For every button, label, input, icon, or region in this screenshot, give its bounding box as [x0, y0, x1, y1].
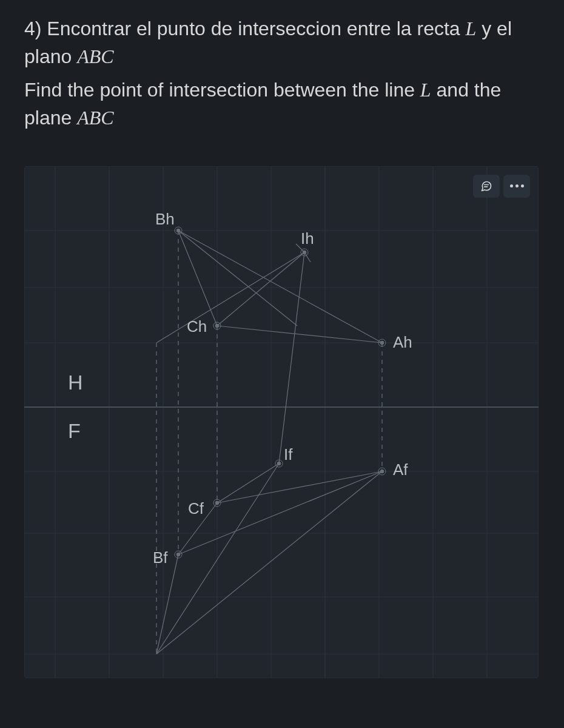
svg-line-27 [279, 252, 304, 463]
svg-point-45 [380, 340, 384, 344]
diagram-canvas[interactable]: H F [24, 166, 539, 678]
point-Ih: Ih [301, 229, 314, 256]
question-number: 4) [24, 18, 47, 39]
ellipsis-icon [509, 184, 525, 187]
axis-label-F: F [68, 419, 81, 442]
diagram-svg: H F [24, 166, 539, 678]
svg-point-49 [380, 469, 384, 473]
question-spanish: 4) Encontrar el punto de interseccion en… [24, 15, 540, 71]
point-label-Ch: Ch [187, 317, 207, 335]
point-Ah: Ah [378, 333, 412, 351]
svg-line-39 [156, 463, 279, 654]
point-Cf: Cf [188, 499, 221, 517]
svg-point-51 [215, 500, 219, 504]
svg-line-34 [178, 471, 382, 554]
axis-label-H: H [68, 371, 83, 394]
projection-lines [156, 231, 382, 654]
svg-line-26 [217, 252, 304, 326]
question-es-var-L: L [466, 18, 477, 39]
point-label-Ih: Ih [301, 229, 314, 248]
svg-line-25 [217, 326, 382, 343]
point-label-Af: Af [393, 460, 408, 479]
svg-line-23 [178, 231, 382, 343]
svg-point-55 [277, 461, 281, 465]
svg-point-43 [215, 323, 219, 327]
point-If: If [275, 445, 293, 467]
diagram-toolbar [473, 175, 530, 198]
comment-icon [480, 180, 492, 192]
question-en-text1: Find the point of intersection between t… [24, 79, 420, 101]
svg-point-47 [303, 250, 306, 254]
point-Ch: Ch [187, 317, 221, 335]
svg-line-28 [156, 252, 304, 343]
grid [24, 166, 539, 678]
point-label-Bf: Bf [153, 548, 168, 567]
point-label-Ah: Ah [393, 333, 412, 351]
lines-frontal-view [156, 463, 382, 654]
comment-button[interactable] [473, 175, 500, 198]
point-label-Bh: Bh [155, 210, 175, 228]
point-Af: Af [378, 460, 408, 479]
svg-line-24 [178, 231, 217, 326]
question-en-var-L: L [420, 79, 431, 101]
more-options-button[interactable] [503, 175, 530, 198]
svg-line-29 [178, 231, 297, 326]
question-es-text1: Encontrar el punto de interseccion entre… [47, 18, 465, 39]
svg-point-41 [176, 228, 180, 232]
svg-point-53 [176, 552, 180, 556]
question-english: Find the point of intersection between t… [24, 76, 540, 132]
point-label-If: If [284, 445, 293, 463]
question-es-var-ABC: ABC [77, 46, 113, 67]
question-en-var-ABC: ABC [77, 107, 113, 129]
lines-horizontal-view [156, 231, 382, 463]
point-label-Cf: Cf [188, 499, 204, 517]
